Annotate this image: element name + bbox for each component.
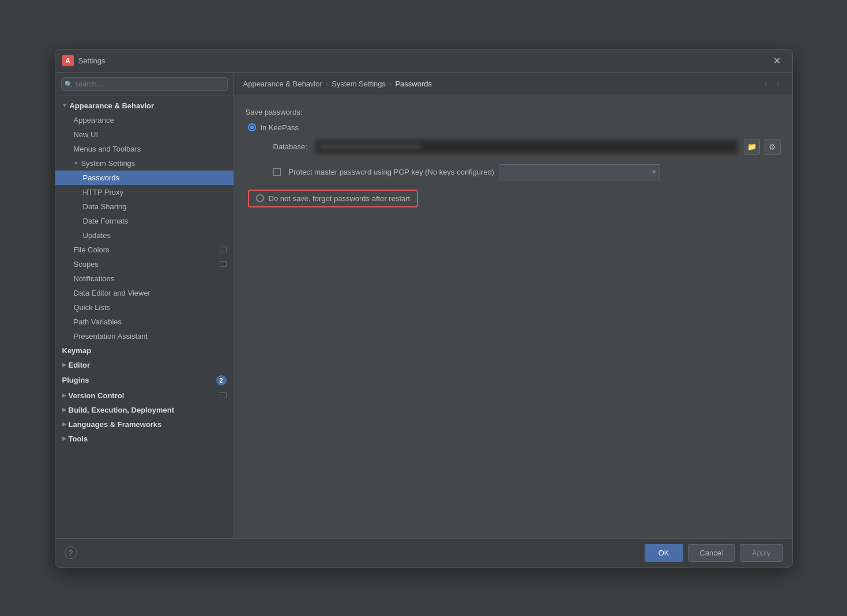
sidebar-item-editor[interactable]: ▶ Editor [55,358,234,372]
in-keepass-label: In KeePass [261,123,299,132]
main-panel: Appearance & Behavior › System Settings … [234,73,792,538]
sidebar-item-plugins[interactable]: Plugins 2 [55,372,234,388]
breadcrumb: Appearance & Behavior › System Settings … [243,80,432,88]
titlebar: A Settings ✕ [55,50,792,73]
save-passwords-label: Save passwords: [246,108,781,116]
sidebar-item-new-ui[interactable]: New UI [55,127,234,142]
sidebar-item-appearance-behavior[interactable]: ▼ Appearance & Behavior [55,99,234,113]
cancel-button[interactable]: Cancel [688,544,735,562]
forget-radio[interactable] [256,194,264,202]
breadcrumb-passwords: Passwords [395,80,432,88]
file-colors-badge [220,247,227,252]
app-icon: A [62,55,74,66]
search-box: 🔍 [55,73,234,96]
database-input[interactable] [314,139,739,155]
folder-icon: 📁 [747,142,756,151]
sidebar-item-file-colors[interactable]: File Colors [55,243,234,257]
pgp-key-select[interactable] [499,164,660,180]
search-wrapper: 🔍 [61,77,228,91]
sidebar-item-data-sharing[interactable]: Data Sharing [55,199,234,214]
sidebar-item-http-proxy[interactable]: HTTP Proxy [55,185,234,199]
search-input[interactable] [61,77,228,91]
sidebar-item-version-control[interactable]: ▶ Version Control [55,388,234,403]
sidebar-item-build-execution[interactable]: ▶ Build, Execution, Deployment [55,403,234,417]
database-row: Database: 📁 ⚙ [273,139,781,155]
scopes-badge [220,261,227,267]
sidebar-item-presentation-assistant[interactable]: Presentation Assistant [55,329,234,343]
database-browse-button[interactable]: 📁 [744,139,760,155]
expand-arrow-build: ▶ [62,407,66,413]
expand-arrow-vc: ▶ [62,392,66,398]
forget-label: Do not save, forget passwords after rest… [269,194,411,203]
settings-window: A Settings ✕ 🔍 ▼ Appearance & Behavior A… [55,49,793,568]
sidebar-item-languages-frameworks[interactable]: ▶ Languages & Frameworks [55,417,234,432]
pgp-checkbox[interactable] [273,168,281,176]
apply-button: Apply [740,544,783,562]
plugins-badge: 2 [216,375,227,386]
sidebar-item-path-variables[interactable]: Path Variables [55,315,234,329]
database-settings-button[interactable]: ⚙ [765,139,781,155]
help-button[interactable]: ? [65,546,77,559]
forget-radio-wrap[interactable]: Do not save, forget passwords after rest… [248,190,419,207]
sidebar-item-scopes[interactable]: Scopes [55,257,234,271]
back-button[interactable]: ‹ [761,78,771,90]
sidebar-item-notifications[interactable]: Notifications [55,271,234,286]
sidebar-item-updates[interactable]: Updates [55,228,234,243]
expand-arrow: ▼ [62,103,67,108]
breadcrumb-sep-1: › [326,80,328,88]
search-icon: 🔍 [65,80,73,88]
sidebar-item-data-editor[interactable]: Data Editor and Viewer [55,286,234,300]
database-label: Database: [273,142,307,151]
panel-content: Save passwords: In KeePass Database: 📁 ⚙ [234,96,792,538]
expand-arrow-editor: ▶ [62,362,66,368]
breadcrumb-bar: Appearance & Behavior › System Settings … [234,73,792,96]
sidebar: 🔍 ▼ Appearance & Behavior Appearance New… [55,73,234,538]
window-title: Settings [78,56,769,65]
pgp-select-wrap: ▼ [499,164,660,180]
vc-badge [220,392,227,398]
sidebar-item-tools[interactable]: ▶ Tools [55,432,234,446]
forget-password-option[interactable]: Do not save, forget passwords after rest… [248,190,781,207]
sidebar-item-appearance[interactable]: Appearance [55,113,234,127]
content-area: 🔍 ▼ Appearance & Behavior Appearance New… [55,73,792,538]
breadcrumb-system-settings[interactable]: System Settings [332,80,386,88]
sidebar-item-quick-lists[interactable]: Quick Lists [55,300,234,315]
in-keepass-option[interactable]: In KeePass [248,123,781,132]
footer: ? OK Cancel Apply [55,538,792,567]
breadcrumb-sep-2: › [389,80,391,88]
in-keepass-radio[interactable] [248,123,256,131]
expand-arrow-system: ▼ [74,160,79,166]
forward-button[interactable]: › [773,78,783,90]
close-button[interactable]: ✕ [769,53,785,69]
nav-tree: ▼ Appearance & Behavior Appearance New U… [55,96,234,538]
sidebar-item-keymap[interactable]: Keymap [55,343,234,358]
sidebar-item-system-settings[interactable]: ▼ System Settings [55,156,234,171]
ok-button[interactable]: OK [645,544,683,562]
pgp-row: Protect master password using PGP key (N… [273,164,781,180]
expand-arrow-tools: ▶ [62,436,66,441]
sidebar-item-menus-toolbars[interactable]: Menus and Toolbars [55,142,234,156]
breadcrumb-appearance-behavior[interactable]: Appearance & Behavior [243,80,322,88]
footer-buttons: OK Cancel Apply [645,544,783,562]
sidebar-item-passwords[interactable]: Passwords [55,171,234,185]
nav-arrows: ‹ › [761,78,782,90]
gear-icon: ⚙ [769,142,776,152]
sidebar-item-date-formats[interactable]: Date Formats [55,214,234,228]
expand-arrow-lang: ▶ [62,421,66,427]
pgp-label: Protect master password using PGP key (N… [289,168,495,176]
